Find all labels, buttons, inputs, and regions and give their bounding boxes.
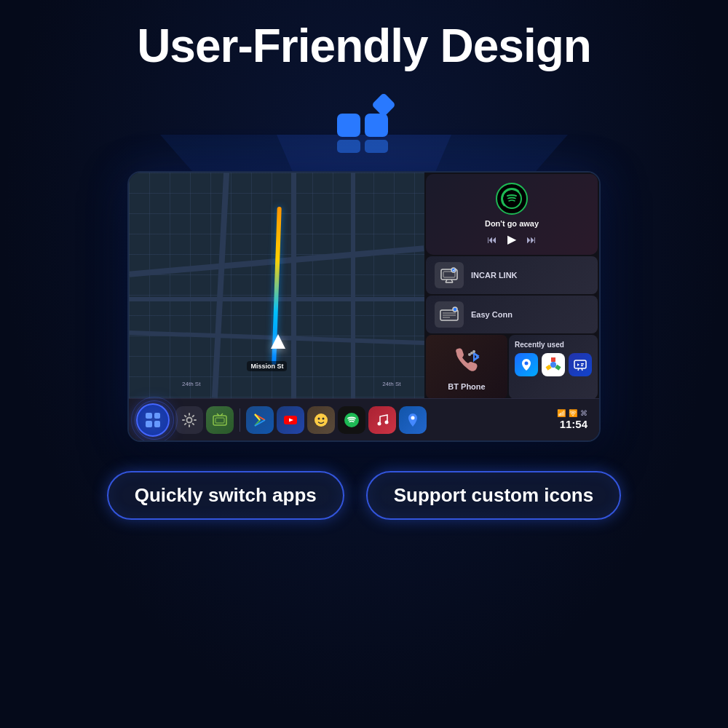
bt-phone-label: BT Phone: [448, 382, 485, 391]
road-v2: [291, 173, 296, 398]
svg-point-33: [378, 422, 381, 425]
svg-point-35: [411, 416, 415, 419]
taskbar-time: 11:54: [560, 418, 587, 430]
recent-app-tv[interactable]: [569, 353, 592, 376]
play-button[interactable]: ▶: [507, 232, 516, 246]
svg-rect-23: [581, 363, 584, 365]
bottom-widgets: BT Phone Recently used: [426, 335, 598, 399]
svg-point-17: [472, 350, 475, 353]
youtube-icon: [282, 412, 298, 428]
recent-app-chrome[interactable]: [542, 353, 565, 376]
svg-point-5: [502, 189, 521, 208]
screen-inner: Mission St 24th St 24th St: [129, 173, 599, 440]
feature-card-quickly-switch-text: Quickly switch apps: [135, 484, 317, 506]
taskbar-maps[interactable]: [399, 406, 427, 434]
page-title: User-Friendly Design: [137, 20, 591, 71]
recent-app-maps[interactable]: [515, 353, 538, 376]
svg-point-34: [385, 420, 389, 424]
svg-point-25: [187, 417, 192, 422]
svg-rect-22: [574, 360, 586, 368]
map-section: Mission St 24th St 24th St: [129, 173, 424, 398]
svg-point-30: [318, 417, 320, 419]
svg-rect-27: [215, 418, 224, 423]
incar-link-widget[interactable]: INCAR LINK: [426, 256, 598, 294]
next-button[interactable]: ⏭: [526, 234, 537, 245]
easy-conn-label: Easy Conn: [471, 310, 513, 319]
settings-icon: [181, 412, 197, 428]
emoji-icon: [313, 412, 329, 428]
map-label-mission: Mission St: [247, 361, 287, 371]
taskbar-camera[interactable]: [206, 406, 234, 434]
recently-used-widget: Recently used: [509, 335, 598, 399]
screen-main: Mission St 24th St 24th St: [129, 173, 599, 398]
svg-point-21: [551, 363, 556, 368]
spotify-taskbar-icon: [344, 412, 360, 428]
road-v3: [351, 173, 355, 398]
feature-card-custom-icons-text: Support custom icons: [394, 484, 593, 506]
spotify-controls: ⏮ ▶ ⏭: [487, 232, 537, 246]
spotify-song-title: Don't go away: [485, 219, 539, 228]
taskbar-emoji[interactable]: [307, 406, 335, 434]
incar-link-label: INCAR LINK: [471, 271, 518, 280]
easy-conn-icon-box: [435, 301, 464, 328]
chrome-icon: [545, 357, 561, 373]
spotify-widget[interactable]: Don't go away ⏮ ▶ ⏭: [426, 174, 598, 255]
map-background: Mission St 24th St 24th St: [129, 173, 424, 398]
car-screen: Mission St 24th St 24th St: [127, 171, 601, 442]
easy-conn-widget[interactable]: Easy Conn: [426, 296, 598, 333]
svg-rect-2: [337, 140, 360, 153]
taskbar-settings[interactable]: [175, 406, 203, 434]
maps-taskbar-icon: [405, 412, 421, 428]
taskbar-time-section: 📶 🛜 ⌘ 11:54: [557, 409, 592, 430]
svg-point-31: [323, 417, 325, 419]
svg-point-18: [525, 362, 529, 365]
taskbar-playstore[interactable]: [246, 406, 274, 434]
page-wrapper: User-Friendly Design: [0, 0, 728, 728]
svg-rect-24: [581, 365, 583, 367]
feature-card-quickly-switch: Quickly switch apps: [107, 471, 344, 520]
feature-cards: Quickly switch apps Support custom icons: [107, 471, 621, 520]
recent-apps: [515, 353, 592, 376]
signal-icon: 📶: [557, 409, 566, 417]
taskbar-spotify[interactable]: [338, 406, 365, 434]
taskbar-music[interactable]: [368, 406, 396, 434]
status-icons: 📶 🛜 ⌘: [557, 409, 587, 417]
tv-icon: [573, 357, 587, 372]
wifi-icon: 🛜: [569, 409, 577, 417]
camera-icon: [212, 412, 228, 428]
widgets-section: Don't go away ⏮ ▶ ⏭: [424, 173, 599, 398]
recently-used-title: Recently used: [515, 341, 592, 349]
incar-link-icon-box: [435, 262, 464, 288]
taskbar-youtube[interactable]: [277, 406, 304, 434]
map-label-24th-right: 24th St: [382, 381, 400, 387]
taskbar-separator: [240, 408, 240, 432]
svg-point-14: [453, 307, 457, 312]
spotify-icon: [502, 189, 522, 209]
svg-rect-0: [337, 114, 360, 137]
bt-phone-icon: [451, 343, 483, 378]
bt-phone-widget[interactable]: BT Phone: [426, 335, 507, 399]
svg-point-29: [314, 414, 328, 427]
svg-point-32: [344, 413, 359, 427]
nav-arrow: [271, 334, 285, 349]
taskbar: 📶 🛜 ⌘ 11:54: [129, 398, 599, 440]
maps-icon: [519, 357, 534, 372]
spotify-logo: [496, 183, 528, 215]
svg-point-9: [451, 268, 456, 272]
prev-button[interactable]: ⏮: [487, 234, 497, 245]
pulse-ring-mid: [135, 400, 174, 440]
music-icon: [374, 412, 390, 428]
playstore-icon: [252, 412, 268, 428]
svg-rect-3: [365, 140, 388, 153]
easy-conn-icon: [440, 306, 459, 323]
svg-point-6: [502, 189, 521, 208]
bluetooth-icon: ⌘: [580, 409, 587, 417]
svg-rect-4: [371, 92, 396, 117]
svg-rect-1: [365, 114, 388, 137]
app-icon-container: [331, 92, 397, 160]
home-button-container: [136, 403, 173, 437]
road-v1: [212, 173, 229, 398]
map-label-24th-left: 24th St: [182, 381, 200, 387]
feature-card-custom-icons: Support custom icons: [366, 471, 621, 520]
app-grid-icon: [331, 92, 397, 157]
